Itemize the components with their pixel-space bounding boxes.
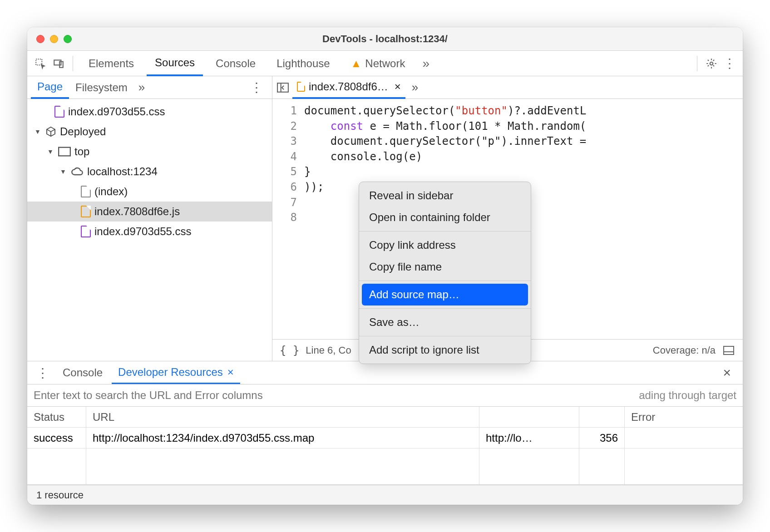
- tree-item-index[interactable]: (index): [27, 182, 272, 202]
- drawer-panel: ⋮ Console Developer Resources × × ading …: [27, 361, 743, 505]
- toggle-navigator-icon[interactable]: [276, 81, 290, 94]
- expand-arrow-icon: ▼: [35, 128, 42, 135]
- maximize-window-button[interactable]: [64, 35, 72, 43]
- resources-search-input[interactable]: [34, 389, 630, 402]
- editor-file-tab[interactable]: index.7808df6… ×: [292, 77, 405, 99]
- table-row-empty: [27, 448, 743, 485]
- tab-network[interactable]: ▲ Network: [343, 51, 414, 76]
- tab-lighthouse[interactable]: Lighthouse: [268, 51, 338, 76]
- close-drawer-tab-icon[interactable]: ×: [223, 366, 234, 379]
- js-file-icon: [297, 82, 305, 92]
- tree-item-deployed[interactable]: ▼ Deployed: [27, 122, 272, 142]
- cube-icon: [45, 126, 56, 137]
- table-row[interactable]: success http://localhost:1234/index.d970…: [27, 428, 743, 448]
- js-file-icon: [81, 206, 91, 217]
- expand-arrow-icon: ▼: [60, 168, 67, 175]
- svg-rect-7: [724, 346, 734, 355]
- col-initiator[interactable]: [479, 407, 579, 427]
- expand-arrow-icon: ▼: [47, 148, 54, 155]
- context-menu: Reveal in sidebar Open in containing fol…: [359, 182, 531, 364]
- ctx-open-folder[interactable]: Open in containing folder: [359, 207, 531, 228]
- col-status[interactable]: Status: [27, 407, 86, 427]
- kebab-menu-icon[interactable]: ⋮: [723, 57, 736, 70]
- ctx-save-as[interactable]: Save as…: [359, 311, 531, 333]
- col-url[interactable]: URL: [86, 407, 479, 427]
- pretty-print-icon[interactable]: { }: [280, 344, 299, 357]
- ctx-copy-link[interactable]: Copy link address: [359, 234, 531, 256]
- close-window-button[interactable]: [36, 35, 44, 43]
- close-tab-icon[interactable]: ×: [392, 80, 401, 93]
- settings-gear-icon[interactable]: [705, 57, 718, 70]
- tree-item-css2[interactable]: index.d9703d55.css: [27, 222, 272, 241]
- svg-point-3: [710, 62, 713, 65]
- ctx-add-source-map[interactable]: Add source map…: [362, 284, 528, 305]
- tab-elements[interactable]: Elements: [80, 51, 142, 76]
- tree-item-js[interactable]: index.7808df6e.js: [27, 202, 272, 222]
- file-icon: [81, 186, 91, 197]
- ctx-copy-name[interactable]: Copy file name: [359, 256, 531, 278]
- inspect-element-icon[interactable]: [34, 57, 47, 70]
- warning-icon: ▲: [351, 57, 362, 70]
- tree-item-top[interactable]: ▼ top: [27, 142, 272, 162]
- line-gutter: 12345678: [272, 99, 304, 339]
- minimize-window-button[interactable]: [50, 35, 58, 43]
- ctx-reveal-sidebar[interactable]: Reveal in sidebar: [359, 185, 531, 207]
- svg-rect-5: [277, 83, 288, 92]
- svg-rect-4: [59, 148, 70, 156]
- window-title: DevTools - localhost:1234/: [322, 33, 448, 45]
- file-tree: index.d9703d55.css ▼ Deployed ▼ top ▼ lo…: [27, 99, 272, 361]
- tree-item-css[interactable]: index.d9703d55.css: [27, 102, 272, 122]
- main-toolbar: Elements Sources Console Lighthouse ▲ Ne…: [27, 51, 743, 76]
- drawer-tab-console[interactable]: Console: [56, 361, 109, 384]
- more-tabs-icon[interactable]: »: [418, 56, 434, 71]
- col-size[interactable]: [579, 407, 625, 427]
- drawer-kebab-icon[interactable]: ⋮: [32, 365, 54, 380]
- tab-console[interactable]: Console: [207, 51, 264, 76]
- sidebar-more-tabs-icon[interactable]: »: [134, 80, 149, 94]
- tab-sources[interactable]: Sources: [147, 51, 203, 76]
- tree-item-host[interactable]: ▼ localhost:1234: [27, 162, 272, 182]
- resources-table: Status URL Error success http://localhos…: [27, 407, 743, 485]
- ctx-ignore-list[interactable]: Add script to ignore list: [359, 339, 531, 361]
- css-file-icon: [81, 226, 91, 237]
- sidebar-tab-page[interactable]: Page: [31, 77, 69, 99]
- col-error[interactable]: Error: [625, 407, 743, 427]
- cursor-position: Line 6, Co: [306, 345, 351, 356]
- drawer-footer: 1 resource: [27, 485, 743, 505]
- frame-icon: [58, 147, 71, 157]
- device-mode-icon[interactable]: [52, 57, 65, 70]
- css-file-icon: [54, 106, 64, 118]
- cloud-icon: [71, 167, 84, 176]
- sidebar-tab-filesystem[interactable]: Filesystem: [69, 76, 134, 99]
- dock-side-icon[interactable]: [722, 344, 735, 357]
- sidebar-kebab-icon[interactable]: ⋮: [245, 80, 268, 95]
- coverage-label: Coverage: n/a: [653, 345, 716, 356]
- close-drawer-icon[interactable]: ×: [716, 365, 738, 380]
- drawer-tab-resources[interactable]: Developer Resources ×: [112, 362, 240, 384]
- load-through-target-label: ading through target: [639, 389, 736, 402]
- titlebar: DevTools - localhost:1234/: [27, 27, 743, 51]
- more-file-tabs-icon[interactable]: »: [408, 80, 422, 94]
